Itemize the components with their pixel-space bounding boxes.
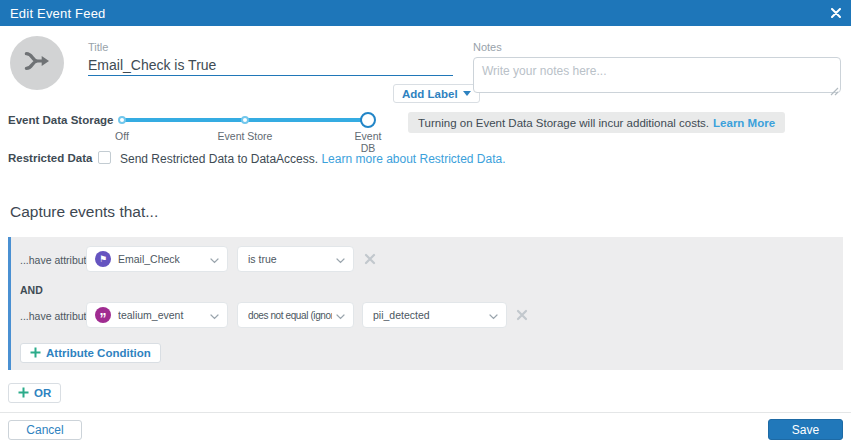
slider-label-off: Off <box>112 130 132 142</box>
attribute-name: Email_Check <box>118 253 206 265</box>
and-connector: AND <box>20 284 43 296</box>
add-attribute-condition-label: Attribute Condition <box>46 347 151 359</box>
notes-textarea[interactable] <box>473 57 841 93</box>
chevron-down-icon <box>463 91 471 96</box>
event-data-storage-label: Event Data Storage <box>8 114 113 126</box>
operator-dropdown[interactable]: is true <box>237 246 354 272</box>
save-button[interactable]: Save <box>768 419 843 440</box>
footer-divider <box>0 412 851 413</box>
value-dropdown[interactable]: pii_detected <box>362 302 507 328</box>
feed-type-avatar <box>10 36 64 90</box>
notes-label: Notes <box>473 41 502 53</box>
slider-label-event-store: Event Store <box>205 130 285 142</box>
attribute-name: tealium_event <box>118 309 206 321</box>
add-label-button[interactable]: Add Label <box>393 84 480 103</box>
string-quote-icon: ” <box>95 307 111 323</box>
modal-header: Edit Event Feed <box>0 0 851 26</box>
quote-glyph: ” <box>100 311 107 325</box>
plus-icon <box>30 347 41 360</box>
operator-dropdown[interactable]: does not equal (ignore cas... <box>237 302 354 328</box>
capture-heading: Capture events that... <box>10 203 158 221</box>
restricted-data-text: Send Restricted Data to DataAccess. Lear… <box>120 152 506 166</box>
or-label: OR <box>34 387 51 399</box>
close-icon[interactable] <box>830 7 842 19</box>
add-label-text: Add Label <box>402 88 458 100</box>
add-or-button[interactable]: OR <box>8 383 61 403</box>
chevron-down-icon <box>210 250 219 268</box>
condition-row-label: ...have attribute <box>20 254 92 266</box>
restricted-data-sentence: Send Restricted Data to DataAccess. <box>120 152 318 166</box>
edit-event-feed-modal: Edit Event Feed Title Add Label Notes Ev… <box>0 0 851 444</box>
chevron-down-icon <box>210 306 219 324</box>
plus-icon <box>18 387 29 400</box>
cancel-button[interactable]: Cancel <box>8 420 82 440</box>
restricted-data-label: Restricted Data <box>8 152 92 164</box>
remove-condition-icon[interactable] <box>515 308 529 322</box>
slider-stop-off[interactable] <box>118 116 126 124</box>
chevron-down-icon <box>489 306 498 324</box>
storage-warning-text: Turning on Event Data Storage will incur… <box>418 117 709 129</box>
slider-stop-event-store[interactable] <box>241 116 249 124</box>
title-label: Title <box>88 41 108 53</box>
value-text: pii_detected <box>373 309 485 321</box>
restricted-data-learn-more-link[interactable]: Learn more about Restricted Data. <box>321 152 505 166</box>
operator-text: does not equal (ignore cas... <box>248 310 332 321</box>
slider-handle-event-db[interactable] <box>360 112 376 128</box>
warning-learn-more-link[interactable]: Learn More <box>713 117 775 129</box>
title-input[interactable] <box>88 55 453 76</box>
storage-warning: Turning on Event Data Storage will incur… <box>408 112 785 133</box>
attribute-dropdown[interactable]: ⚑ Email_Check <box>86 246 228 272</box>
add-attribute-condition-button[interactable]: Attribute Condition <box>20 343 161 363</box>
flag-glyph: ⚑ <box>99 255 107 264</box>
slider-label-event-db-line1: Event <box>348 130 388 142</box>
condition-row-label: ...have attribute <box>20 310 92 322</box>
chevron-down-icon <box>336 306 345 324</box>
flag-boolean-icon: ⚑ <box>95 251 111 267</box>
remove-condition-icon[interactable] <box>363 252 377 266</box>
attribute-dropdown[interactable]: ” tealium_event <box>86 302 228 328</box>
operator-text: is true <box>248 253 332 265</box>
modal-title: Edit Event Feed <box>0 6 106 21</box>
chevron-down-icon <box>336 250 345 268</box>
merge-arrow-icon <box>21 45 53 81</box>
restricted-data-checkbox[interactable] <box>98 151 111 164</box>
